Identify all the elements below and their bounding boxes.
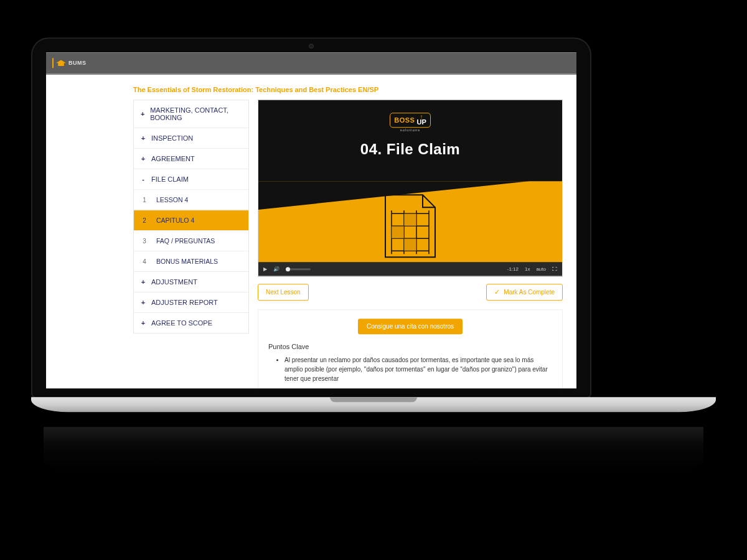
play-icon[interactable]: ▶ (263, 266, 267, 272)
lesson-number: 4 (141, 258, 148, 265)
brand-text: BUMS (68, 60, 87, 66)
course-title: The Essentials of Storm Restoration: Tec… (133, 86, 576, 93)
sidebar-item-agreement[interactable]: +AGREEMENT (133, 149, 249, 169)
sidebar-item-label: AGREEMENT (151, 155, 195, 162)
document-icon (379, 192, 441, 262)
volume-icon[interactable]: 🔊 (273, 266, 280, 272)
sidebar-item-label: AGREE TO SCOPE (151, 319, 212, 327)
video-logo-main: BOSS (394, 116, 415, 124)
speed-toggle[interactable]: 1x (525, 266, 530, 272)
sidebar-item-label: ADJUSTMENT (151, 278, 197, 286)
sidebar-item-agree-scope[interactable]: +AGREE TO SCOPE (133, 313, 249, 334)
lesson-row-faq[interactable]: 3 FAQ / PREGUNTAS (134, 230, 248, 251)
lesson-label: LESSON 4 (156, 196, 188, 203)
notes-heading: Puntos Clave (268, 343, 552, 350)
lesson-number: 3 (141, 238, 148, 245)
lesson-sidebar: +MARKETING, CONTACT, BOOKING +INSPECTION… (133, 100, 249, 334)
app-screen: BUMS The Essentials of Storm Restoration… (46, 52, 576, 388)
svg-rect-10 (404, 238, 416, 251)
svg-rect-9 (404, 213, 416, 226)
expand-icon: + (140, 278, 146, 286)
video-lower (258, 181, 562, 262)
mark-complete-label: Mark As Complete (504, 289, 555, 296)
graduation-cap-icon (56, 60, 66, 66)
sidebar-item-marketing[interactable]: +MARKETING, CONTACT, BOOKING (133, 100, 249, 128)
lesson-row-capitulo4[interactable]: 2 CAPITULO 4 (134, 210, 248, 230)
volume-slider[interactable] (286, 268, 311, 270)
check-icon: ✓ (494, 288, 500, 296)
camera-icon (309, 44, 314, 49)
sidebar-item-label: ADJUSTER REPORT (151, 299, 218, 306)
lesson-label: CAPITULO 4 (156, 217, 194, 224)
laptop-reflection (44, 427, 703, 470)
laptop-bezel: BUMS The Essentials of Storm Restoration… (31, 37, 591, 398)
brand-bar-icon (52, 58, 54, 68)
notes-bullet: Al presentar un reclamo por daños causad… (284, 355, 552, 383)
quality-toggle[interactable]: auto (536, 266, 546, 272)
sidebar-item-label: MARKETING, CONTACT, BOOKING (150, 106, 242, 121)
mark-complete-button[interactable]: ✓ Mark As Complete (486, 284, 563, 301)
lesson-number: 1 (141, 197, 148, 203)
laptop-base (31, 397, 716, 412)
sidebar-item-label: INSPECTION (151, 134, 193, 142)
lesson-label: FAQ / PREGUNTAS (156, 237, 215, 245)
video-time: -1:12 (507, 266, 519, 272)
sidebar-item-adjuster-report[interactable]: +ADJUSTER REPORT (133, 292, 249, 313)
lesson-row-lesson4[interactable]: 1 LESSON 4 (134, 189, 248, 210)
brand-logo[interactable]: BUMS (52, 57, 87, 69)
cta-button[interactable]: Consigue una cita con nosotros (358, 319, 463, 334)
lesson-list: 1 LESSON 4 2 CAPITULO 4 3 (134, 189, 248, 271)
fullscreen-icon[interactable]: ⛶ (552, 266, 557, 272)
laptop-mockup: BUMS The Essentials of Storm Restoration… (31, 37, 716, 470)
video-brand: BOSS ↑ UP solutions (258, 100, 562, 132)
notes-card: Consigue una cita con nosotros Puntos Cl… (258, 309, 563, 388)
video-logo-up: UP (416, 119, 426, 126)
main-panel: BOSS ↑ UP solutions 04. File (258, 100, 576, 388)
video-logo-sub: solutions (258, 128, 562, 132)
next-lesson-button[interactable]: Next Lesson (258, 284, 309, 301)
sidebar-item-adjustment[interactable]: +ADJUSTMENT (133, 272, 249, 292)
expand-icon: + (140, 299, 146, 306)
notes-list: Al presentar un reclamo por daños causad… (268, 355, 552, 383)
lesson-row-bonus[interactable]: 4 BONUS MATERIALS (134, 251, 248, 271)
svg-rect-8 (392, 226, 404, 238)
lesson-actions: Next Lesson ✓ Mark As Complete (258, 284, 563, 301)
expand-icon: + (140, 319, 146, 327)
sidebar-item-inspection[interactable]: +INSPECTION (133, 128, 249, 149)
sidebar-item-file-claim[interactable]: -FILE CLAIM 1 LESSON 4 2 CAPITULO 4 (133, 169, 249, 272)
expand-icon: + (140, 110, 145, 118)
lesson-number: 2 (141, 217, 148, 224)
top-bar: BUMS (46, 52, 576, 73)
video-upper: BOSS ↑ UP solutions 04. File (258, 100, 562, 181)
video-controls: ▶ 🔊 -1:12 1x auto ⛶ (258, 262, 562, 276)
video-title: 04. File Claim (258, 141, 562, 158)
sidebar-item-label: FILE CLAIM (151, 175, 189, 183)
expand-icon: + (140, 155, 146, 162)
lesson-label: BONUS MATERIALS (156, 258, 218, 265)
content-area: The Essentials of Storm Restoration: Tec… (46, 75, 576, 388)
video-player[interactable]: BOSS ↑ UP solutions 04. File (258, 100, 563, 276)
collapse-icon: - (140, 175, 146, 183)
expand-icon: + (140, 134, 146, 142)
